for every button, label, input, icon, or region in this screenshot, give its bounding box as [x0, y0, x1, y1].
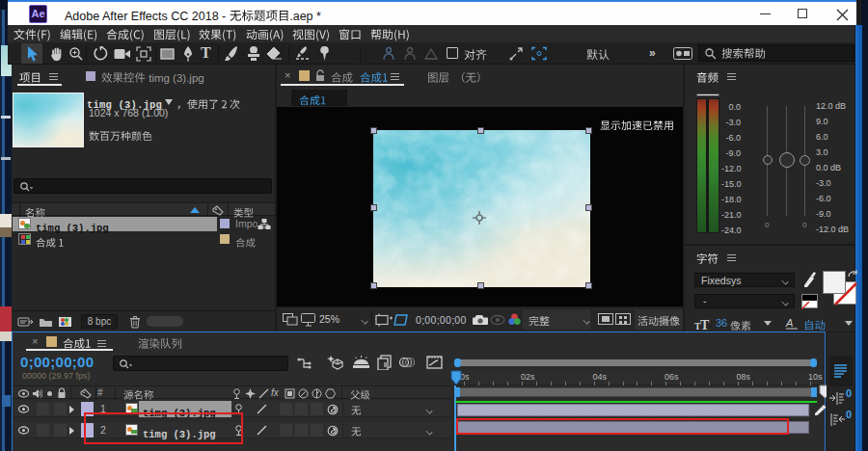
svg-text:T: T [700, 318, 710, 331]
svg-text:A: A [785, 317, 793, 329]
